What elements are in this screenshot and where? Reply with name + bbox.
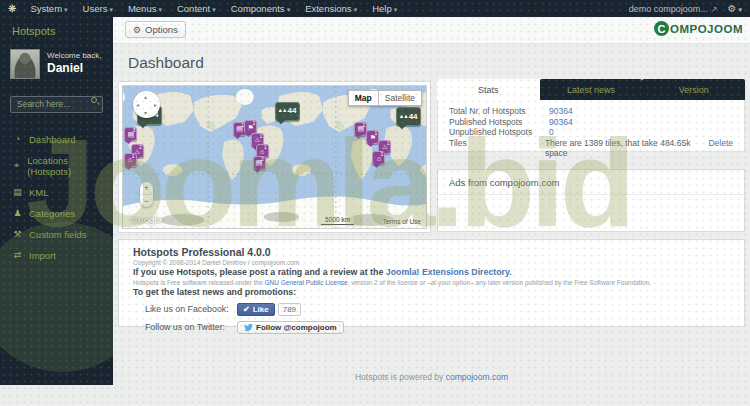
search-input[interactable] <box>10 96 103 113</box>
map-pin-marker[interactable]: ▤3 <box>124 127 137 141</box>
like-label: Like <box>253 305 269 314</box>
pan-down-icon[interactable]: ▾ <box>144 109 147 116</box>
stat-value-link[interactable]: 90364 <box>549 106 573 117</box>
sidebar-item-import[interactable]: ⇄Import <box>0 245 113 266</box>
google-map[interactable]: ▲▲34▲▲44▲▲44▤3♨2⌂1▤1⚑1♨1⌂1▤2▤1⚑1♨1⌂1 Map… <box>122 85 427 229</box>
map-pin-marker[interactable]: ⌂1 <box>372 151 385 165</box>
pan-left-icon[interactable]: ◂ <box>136 101 139 108</box>
welcome-line: Welcome back, <box>47 51 102 60</box>
ads-panel-title: Ads from compojoom.com <box>438 170 744 195</box>
map-scale: 5000 km <box>321 216 354 225</box>
stat-label: Published Hotspots <box>449 117 549 128</box>
thumbs-up-icon: ✔ <box>243 305 250 314</box>
sidebar-item-label: Dashboard <box>29 134 75 145</box>
map-marker-icon: ⌖ <box>12 160 21 171</box>
map-pin-marker[interactable]: ⚑1 <box>244 120 257 134</box>
pan-right-icon[interactable]: ▸ <box>154 101 157 108</box>
rating-text-part: If you use Hotspots, please post a ratin… <box>133 267 383 277</box>
license-post: , version 2 of the license or –at your o… <box>348 279 652 286</box>
menu-content[interactable]: Content▾ <box>177 3 216 14</box>
menu-label: Users <box>83 3 108 14</box>
search-icon[interactable] <box>91 97 97 103</box>
satellite-button[interactable]: Satellite <box>379 90 422 106</box>
page-title: Dashboard <box>128 54 204 72</box>
stat-row-published: Published Hotspots 90364 <box>449 117 733 128</box>
stat-value-link[interactable]: 90364 <box>549 117 573 128</box>
chevron-down-icon: ▾ <box>354 6 358 13</box>
like-count: 789 <box>278 303 301 316</box>
license-pre: Hotspots is Free software released under… <box>133 279 263 286</box>
map-pin-marker[interactable]: ⌂1 <box>124 153 137 167</box>
component-title: Hotspots <box>0 17 113 49</box>
sidebar: Hotspots Welcome back,Daniel ◔Dashboard … <box>0 17 113 385</box>
sidebar-item-dashboard[interactable]: ◔Dashboard <box>0 129 113 150</box>
sidebar-item-label: Categories <box>29 208 75 219</box>
stat-value-link[interactable]: 0 <box>549 127 554 138</box>
options-button[interactable]: ⚙Options <box>125 21 186 38</box>
menu-users[interactable]: Users▾ <box>83 3 113 14</box>
map-pin-marker[interactable]: ⚑1 <box>366 130 379 144</box>
map-pan-control[interactable]: ▴ ▾ ◂ ▸ <box>133 91 160 118</box>
menu-help[interactable]: Help▾ <box>372 3 397 14</box>
facebook-row: Like us on Facebook: ✔Like 789 <box>145 302 730 316</box>
welcome-text: Welcome back,Daniel <box>47 51 102 77</box>
exchange-icon: ⇄ <box>12 250 23 260</box>
map-zoom-control: + − <box>140 182 153 207</box>
map-pin-marker[interactable]: ▤1 <box>354 122 367 136</box>
footer-compojoom-link[interactable]: compojoom.com <box>446 372 508 382</box>
map-type-controls: Map Satellite <box>348 90 422 106</box>
stat-row-total: Total Nr. of Hotspots 90364 <box>449 106 733 117</box>
username: Daniel <box>47 61 102 77</box>
menu-system[interactable]: System▾ <box>30 3 67 14</box>
facebook-like-button[interactable]: ✔Like 789 <box>237 303 301 316</box>
map-button[interactable]: Map <box>348 90 379 106</box>
about-panel: Hotspots Professional 4.0.0 Copyright © … <box>118 239 745 327</box>
options-label: Options <box>145 24 178 35</box>
logged-in-user-link[interactable]: demo compojoom...↗ <box>629 4 718 14</box>
sidebar-item-custom-fields[interactable]: ⚒Custom fields <box>0 224 113 245</box>
map-cluster-marker[interactable]: ▲▲44 <box>275 102 300 121</box>
user-label: demo compojoom... <box>629 4 708 14</box>
google-logo[interactable]: Google <box>131 215 162 225</box>
stat-label: Total Nr. of Hotspots <box>449 106 549 117</box>
sidebar-item-label: Locations (Hotspots) <box>27 155 101 177</box>
tools-icon: ⚒ <box>12 229 23 239</box>
map-panel: ▲▲34▲▲44▲▲44▤3♨2⌂1▤1⚑1♨1⌂1▤2▤1⚑1♨1⌂1 Map… <box>118 81 431 233</box>
twitter-button-label: Follow @compojoom <box>256 323 337 332</box>
gpl-link[interactable]: GNU General Public License <box>265 279 348 286</box>
menu-menus[interactable]: Menus▾ <box>128 3 162 14</box>
zoom-in-button[interactable]: + <box>140 182 153 195</box>
tab-stats[interactable]: Stats <box>437 79 540 100</box>
facebook-label: Like us on Facebook: <box>145 304 237 314</box>
map-cluster-marker[interactable]: ▲▲44 <box>396 107 421 126</box>
gear-icon: ⚙ <box>728 3 737 14</box>
joomla-logo-icon: ❋ <box>8 3 16 14</box>
sidebar-item-locations[interactable]: ⌖Locations (Hotspots) <box>0 150 113 182</box>
tab-latest-news[interactable]: Latest news <box>540 79 643 100</box>
user-settings-menu[interactable]: ⚙▾ <box>728 3 742 14</box>
stats-tabs: Stats Latest news Version <box>437 79 745 100</box>
stat-label: Tiles <box>449 138 545 159</box>
twitter-label: Follow us on Twitter: <box>145 322 237 332</box>
jed-link[interactable]: Joomla! Extensions Directory. <box>386 267 512 277</box>
chevron-down-icon: ▾ <box>738 6 742 13</box>
delete-tiles-link[interactable]: Delete <box>708 138 733 159</box>
toolbar: ⚙Options C OMPOJOOM <box>113 17 750 44</box>
sidebar-item-kml[interactable]: ▤KML <box>0 182 113 203</box>
tab-version[interactable]: Version <box>642 79 745 100</box>
menu-label: Content <box>177 3 210 14</box>
chevron-down-icon: ▾ <box>212 6 216 13</box>
menu-components[interactable]: Components▾ <box>231 3 290 14</box>
terms-of-use-link[interactable]: Terms of Use <box>383 218 421 225</box>
rating-text: If you use Hotspots, please post a ratin… <box>133 267 730 278</box>
twitter-follow-button[interactable]: Follow @compojoom <box>237 321 344 334</box>
admin-topbar: ❋ System▾ Users▾ Menus▾ Content▾ Compone… <box>0 0 750 17</box>
menu-extensions[interactable]: Extensions▾ <box>305 3 357 14</box>
main-content: ⚙Options C OMPOJOOM Dashboard <box>113 17 750 406</box>
map-pin-marker[interactable]: ▤2 <box>253 156 266 170</box>
zoom-out-button[interactable]: − <box>140 195 153 207</box>
menu-label: Help <box>372 3 392 14</box>
pan-up-icon[interactable]: ▴ <box>144 93 147 100</box>
sidebar-item-categories[interactable]: ♟Categories <box>0 203 113 224</box>
chevron-down-icon: ▾ <box>287 6 291 13</box>
